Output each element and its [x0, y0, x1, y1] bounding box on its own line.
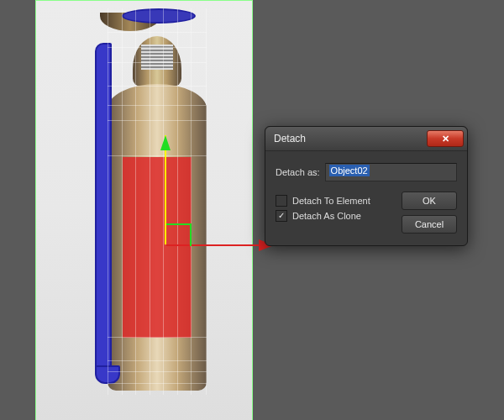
close-icon: ✕	[442, 134, 449, 144]
dialog-body: Detach as: Object02 Detach To Element ✓ …	[265, 151, 467, 245]
detach-as-label: Detach as:	[276, 167, 320, 177]
gizmo-xy-plane-edge[interactable]	[190, 223, 192, 246]
model-fire-extinguisher[interactable]	[95, 4, 221, 403]
ok-button[interactable]: OK	[402, 192, 457, 210]
viewport-canvas[interactable]: x	[35, 0, 253, 420]
detach-as-value: Object02	[329, 165, 370, 176]
viewport[interactable]: x Detach ✕ Detach as: Object02 Detach To…	[0, 0, 504, 420]
model-neck-threads	[141, 45, 173, 70]
checkbox-icon	[276, 195, 287, 207]
close-button[interactable]: ✕	[427, 130, 464, 147]
checkbox-checked-icon: ✓	[276, 210, 287, 222]
detach-as-input[interactable]: Object02	[325, 163, 457, 181]
detach-to-element-option[interactable]: Detach To Element	[276, 195, 393, 207]
gizmo-y-axis[interactable]	[165, 135, 166, 244]
gizmo-y-arrow-icon[interactable]	[160, 135, 171, 150]
gizmo-x-axis[interactable]	[166, 244, 263, 246]
detach-as-clone-label: Detach As Clone	[292, 211, 361, 221]
cancel-button[interactable]: Cancel	[402, 215, 457, 234]
dialog-titlebar[interactable]: Detach ✕	[265, 127, 467, 151]
cancel-button-label: Cancel	[415, 219, 444, 229]
ok-button-label: OK	[423, 196, 436, 206]
model-hose	[95, 43, 112, 378]
dialog-title: Detach	[274, 133, 427, 144]
polygon-selection[interactable]	[123, 157, 192, 338]
model-hose-base	[95, 365, 120, 384]
detach-to-element-label: Detach To Element	[292, 196, 370, 206]
model-cap-ring	[122, 8, 196, 24]
detach-dialog: Detach ✕ Detach as: Object02 Detach To E…	[265, 126, 468, 246]
detach-as-clone-option[interactable]: ✓ Detach As Clone	[276, 210, 393, 222]
gizmo-xy-plane[interactable]	[166, 223, 190, 225]
